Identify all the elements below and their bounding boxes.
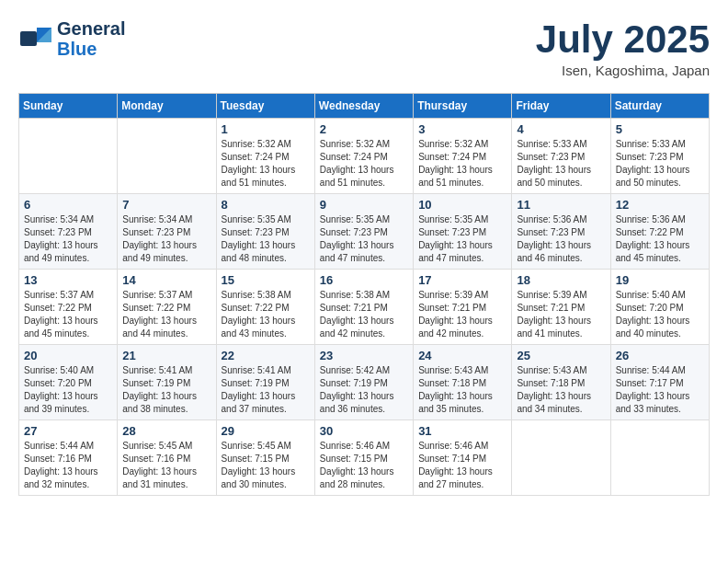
- day-info: Sunrise: 5:39 AM Sunset: 7:21 PM Dayligh…: [517, 289, 605, 340]
- day-number: 28: [122, 424, 210, 438]
- weekday-header: Monday: [118, 94, 216, 119]
- day-info: Sunrise: 5:35 AM Sunset: 7:23 PM Dayligh…: [418, 213, 506, 265]
- day-number: 25: [517, 349, 605, 362]
- month-title: July 2025: [536, 18, 710, 61]
- day-number: 6: [24, 198, 112, 212]
- calendar-cell: 6Sunrise: 5:34 AM Sunset: 7:23 PM Daylig…: [19, 194, 118, 270]
- calendar-cell: 9Sunrise: 5:35 AM Sunset: 7:23 PM Daylig…: [314, 194, 413, 270]
- calendar-cell: 30Sunrise: 5:46 AM Sunset: 7:15 PM Dayli…: [314, 420, 413, 496]
- day-info: Sunrise: 5:40 AM Sunset: 7:20 PM Dayligh…: [24, 364, 112, 416]
- calendar-cell: 19Sunrise: 5:40 AM Sunset: 7:20 PM Dayli…: [610, 270, 709, 345]
- weekday-header: Wednesday: [314, 94, 413, 119]
- calendar-cell: 1Sunrise: 5:32 AM Sunset: 7:24 PM Daylig…: [216, 119, 314, 194]
- day-info: Sunrise: 5:44 AM Sunset: 7:17 PM Dayligh…: [616, 364, 704, 416]
- calendar-cell: [610, 420, 709, 496]
- calendar-cell: 13Sunrise: 5:37 AM Sunset: 7:22 PM Dayli…: [19, 270, 118, 345]
- calendar-cell: 26Sunrise: 5:44 AM Sunset: 7:17 PM Dayli…: [610, 345, 709, 420]
- weekday-header: Sunday: [19, 94, 118, 119]
- day-info: Sunrise: 5:33 AM Sunset: 7:23 PM Dayligh…: [616, 138, 704, 190]
- day-info: Sunrise: 5:40 AM Sunset: 7:20 PM Dayligh…: [616, 289, 704, 340]
- calendar-cell: 18Sunrise: 5:39 AM Sunset: 7:21 PM Dayli…: [512, 270, 610, 345]
- day-number: 2: [320, 122, 408, 136]
- day-number: 4: [517, 122, 605, 136]
- day-number: 26: [616, 349, 704, 362]
- day-number: 16: [320, 273, 408, 287]
- svg-rect-0: [20, 31, 37, 46]
- day-number: 13: [24, 273, 112, 287]
- day-info: Sunrise: 5:44 AM Sunset: 7:16 PM Dayligh…: [24, 440, 112, 491]
- day-info: Sunrise: 5:43 AM Sunset: 7:18 PM Dayligh…: [517, 364, 605, 416]
- logo-blue: Blue: [57, 39, 125, 59]
- day-info: Sunrise: 5:32 AM Sunset: 7:24 PM Dayligh…: [320, 138, 408, 190]
- day-info: Sunrise: 5:37 AM Sunset: 7:22 PM Dayligh…: [122, 289, 210, 340]
- logo-icon: [18, 24, 53, 53]
- day-info: Sunrise: 5:43 AM Sunset: 7:18 PM Dayligh…: [418, 364, 506, 416]
- day-info: Sunrise: 5:34 AM Sunset: 7:23 PM Dayligh…: [24, 213, 112, 265]
- day-info: Sunrise: 5:46 AM Sunset: 7:14 PM Dayligh…: [418, 440, 506, 491]
- day-info: Sunrise: 5:37 AM Sunset: 7:22 PM Dayligh…: [24, 289, 112, 340]
- calendar-cell: [118, 119, 216, 194]
- day-number: 31: [418, 424, 506, 438]
- day-number: 8: [222, 198, 310, 212]
- calendar-cell: 25Sunrise: 5:43 AM Sunset: 7:18 PM Dayli…: [512, 345, 610, 420]
- title-area: July 2025 Isen, Kagoshima, Japan: [536, 18, 710, 78]
- day-info: Sunrise: 5:45 AM Sunset: 7:16 PM Dayligh…: [122, 440, 210, 491]
- day-info: Sunrise: 5:38 AM Sunset: 7:22 PM Dayligh…: [222, 289, 310, 340]
- day-number: 15: [222, 273, 310, 287]
- calendar-cell: 23Sunrise: 5:42 AM Sunset: 7:19 PM Dayli…: [314, 345, 413, 420]
- calendar-cell: 17Sunrise: 5:39 AM Sunset: 7:21 PM Dayli…: [414, 270, 512, 345]
- day-info: Sunrise: 5:32 AM Sunset: 7:24 PM Dayligh…: [418, 138, 506, 190]
- day-info: Sunrise: 5:35 AM Sunset: 7:23 PM Dayligh…: [222, 213, 310, 265]
- day-number: 12: [616, 198, 704, 212]
- calendar-cell: 28Sunrise: 5:45 AM Sunset: 7:16 PM Dayli…: [118, 420, 216, 496]
- calendar-cell: 29Sunrise: 5:45 AM Sunset: 7:15 PM Dayli…: [216, 420, 314, 496]
- day-number: 27: [24, 424, 112, 438]
- day-number: 18: [517, 273, 605, 287]
- day-number: 24: [418, 349, 506, 362]
- day-number: 7: [122, 198, 210, 212]
- calendar-week-row: 27Sunrise: 5:44 AM Sunset: 7:16 PM Dayli…: [19, 420, 710, 496]
- day-info: Sunrise: 5:41 AM Sunset: 7:19 PM Dayligh…: [222, 364, 310, 416]
- day-number: 9: [320, 198, 408, 212]
- day-number: 1: [222, 122, 310, 136]
- day-number: 3: [418, 122, 506, 136]
- day-number: 14: [122, 273, 210, 287]
- calendar-week-row: 6Sunrise: 5:34 AM Sunset: 7:23 PM Daylig…: [19, 194, 710, 270]
- day-info: Sunrise: 5:45 AM Sunset: 7:15 PM Dayligh…: [222, 440, 310, 491]
- calendar-cell: 24Sunrise: 5:43 AM Sunset: 7:18 PM Dayli…: [414, 345, 512, 420]
- day-info: Sunrise: 5:34 AM Sunset: 7:23 PM Dayligh…: [122, 213, 210, 265]
- day-info: Sunrise: 5:32 AM Sunset: 7:24 PM Dayligh…: [222, 138, 310, 190]
- day-info: Sunrise: 5:46 AM Sunset: 7:15 PM Dayligh…: [320, 440, 408, 491]
- calendar-cell: [512, 420, 610, 496]
- day-number: 30: [320, 424, 408, 438]
- calendar-cell: 12Sunrise: 5:36 AM Sunset: 7:22 PM Dayli…: [610, 194, 709, 270]
- day-info: Sunrise: 5:38 AM Sunset: 7:21 PM Dayligh…: [320, 289, 408, 340]
- day-info: Sunrise: 5:42 AM Sunset: 7:19 PM Dayligh…: [320, 364, 408, 416]
- calendar-cell: 11Sunrise: 5:36 AM Sunset: 7:23 PM Dayli…: [512, 194, 610, 270]
- logo: General Blue: [18, 18, 125, 59]
- day-number: 11: [517, 198, 605, 212]
- day-info: Sunrise: 5:36 AM Sunset: 7:23 PM Dayligh…: [517, 213, 605, 265]
- day-number: 10: [418, 198, 506, 212]
- day-number: 21: [122, 349, 210, 362]
- day-info: Sunrise: 5:35 AM Sunset: 7:23 PM Dayligh…: [320, 213, 408, 265]
- weekday-header: Tuesday: [216, 94, 314, 119]
- day-number: 23: [320, 349, 408, 362]
- weekday-header: Thursday: [414, 94, 512, 119]
- day-number: 17: [418, 273, 506, 287]
- calendar-week-row: 20Sunrise: 5:40 AM Sunset: 7:20 PM Dayli…: [19, 345, 710, 420]
- calendar-cell: 5Sunrise: 5:33 AM Sunset: 7:23 PM Daylig…: [610, 119, 709, 194]
- day-number: 22: [222, 349, 310, 362]
- location-title: Isen, Kagoshima, Japan: [536, 63, 710, 78]
- calendar-cell: 14Sunrise: 5:37 AM Sunset: 7:22 PM Dayli…: [118, 270, 216, 345]
- calendar-cell: 2Sunrise: 5:32 AM Sunset: 7:24 PM Daylig…: [314, 119, 413, 194]
- calendar-cell: 16Sunrise: 5:38 AM Sunset: 7:21 PM Dayli…: [314, 270, 413, 345]
- calendar-cell: 20Sunrise: 5:40 AM Sunset: 7:20 PM Dayli…: [19, 345, 118, 420]
- calendar-week-row: 13Sunrise: 5:37 AM Sunset: 7:22 PM Dayli…: [19, 270, 710, 345]
- calendar-cell: 3Sunrise: 5:32 AM Sunset: 7:24 PM Daylig…: [414, 119, 512, 194]
- page-header: General Blue July 2025 Isen, Kagoshima, …: [18, 18, 710, 78]
- day-info: Sunrise: 5:39 AM Sunset: 7:21 PM Dayligh…: [418, 289, 506, 340]
- calendar-header-row: SundayMondayTuesdayWednesdayThursdayFrid…: [19, 94, 710, 119]
- day-number: 5: [616, 122, 704, 136]
- calendar-cell: 27Sunrise: 5:44 AM Sunset: 7:16 PM Dayli…: [19, 420, 118, 496]
